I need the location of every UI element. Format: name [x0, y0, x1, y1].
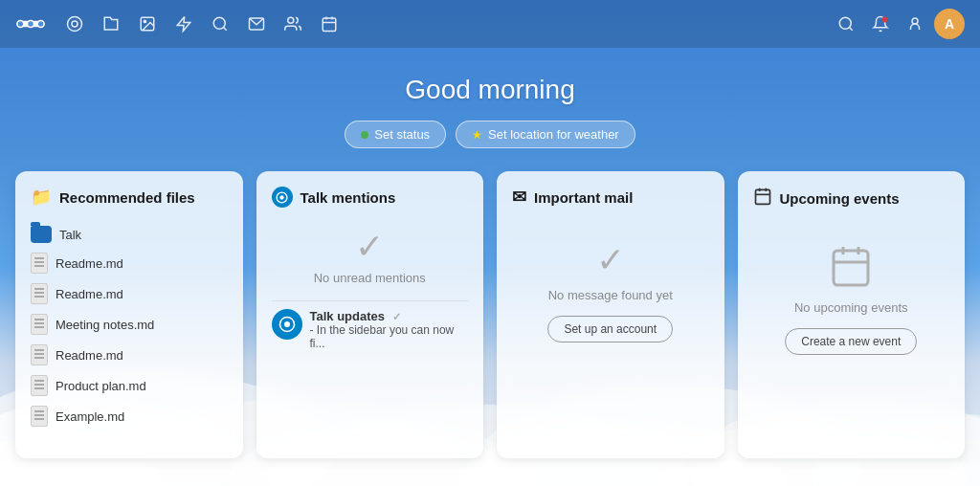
doc-file-icon [31, 375, 48, 396]
svg-point-36 [279, 195, 283, 199]
list-item[interactable]: Readme.md [31, 340, 228, 370]
set-weather-label: Set location for weather [488, 127, 619, 142]
weather-icon: ★ [472, 128, 482, 142]
file-name: Meeting notes.md [56, 318, 154, 332]
folder-icon: 📁 [31, 187, 52, 208]
doc-file-icon [31, 344, 48, 365]
topbar-left [15, 9, 345, 39]
talk-mentions-header: Talk mentions [272, 187, 469, 208]
cards-container: 📁 Recommended files Talk Readme.md Readm… [0, 171, 980, 458]
no-mentions-check: ✓ [272, 227, 469, 267]
nextcloud-logo[interactable] [15, 13, 46, 34]
file-list: Talk Readme.md Readme.md Meeting notes.m… [31, 221, 228, 431]
upcoming-events-header: Upcoming events [753, 187, 950, 210]
events-empty-text: No upcoming events [794, 300, 908, 315]
important-mail-header: ✉ Important mail [512, 187, 709, 208]
talk-mentions-title: Talk mentions [301, 189, 396, 206]
topbar: A [0, 0, 980, 48]
svg-rect-39 [755, 189, 769, 204]
upcoming-events-card: Upcoming events No upcoming events Creat… [738, 171, 966, 458]
important-mail-card: ✉ Important mail ✓ No message found yet … [497, 171, 724, 458]
file-name: Talk [59, 228, 81, 242]
svg-point-38 [284, 321, 290, 327]
svg-rect-43 [834, 251, 868, 285]
list-item[interactable]: Meeting notes.md [31, 309, 228, 340]
svg-point-26 [288, 17, 294, 23]
doc-file-icon [31, 283, 48, 304]
talk-update-body: - In the sidebar you can now fi... [310, 323, 469, 350]
greeting-text: Good morning [405, 75, 574, 105]
setup-account-button[interactable]: Set up an account [547, 316, 673, 342]
events-empty-state: No upcoming events Create a new event [753, 224, 950, 364]
svg-point-31 [839, 17, 851, 29]
svg-point-20 [68, 17, 82, 32]
list-item[interactable]: Product plan.md [31, 370, 228, 401]
nav-calendar-icon[interactable] [314, 9, 345, 39]
nav-files-icon[interactable] [96, 9, 126, 39]
talk-update-content: Talk updates ✓ - In the sidebar you can … [310, 309, 469, 350]
doc-file-icon [31, 314, 48, 335]
mail-empty-check: ✓ [596, 240, 625, 280]
svg-point-22 [144, 20, 145, 22]
recommended-files-header: 📁 Recommended files [31, 187, 228, 208]
upcoming-events-title: Upcoming events [780, 190, 900, 207]
talk-mentions-card: Talk mentions ✓ No unread mentions Talk … [256, 171, 484, 458]
talk-icon [272, 187, 293, 208]
important-mail-title: Important mail [534, 189, 633, 206]
svg-point-17 [28, 21, 33, 26]
calendar-empty-icon [828, 243, 874, 293]
nav-contacts-icon[interactable] [278, 9, 308, 39]
user-avatar[interactable]: A [934, 9, 965, 39]
svg-point-34 [912, 18, 918, 24]
mail-empty-text: No message found yet [548, 288, 673, 302]
nav-search-icon[interactable] [205, 9, 235, 39]
recommended-files-card: 📁 Recommended files Talk Readme.md Readm… [15, 171, 243, 458]
nav-home-icon[interactable] [59, 9, 90, 39]
action-buttons: Set status ★ Set location for weather [345, 121, 635, 148]
doc-file-icon [31, 253, 48, 274]
svg-point-16 [18, 21, 23, 26]
talk-avatar [272, 309, 302, 340]
calendar-icon [753, 187, 772, 210]
doc-file-icon [31, 406, 48, 427]
set-weather-button[interactable]: ★ Set location for weather [456, 121, 635, 148]
status-indicator [361, 131, 368, 139]
svg-rect-11 [0, 462, 980, 486]
main-content: Good morning Set status ★ Set location f… [0, 48, 980, 458]
set-status-label: Set status [374, 127, 430, 142]
svg-point-19 [72, 21, 78, 27]
recommended-files-title: Recommended files [59, 189, 195, 206]
file-name: Readme.md [56, 348, 123, 363]
list-item[interactable]: Readme.md [31, 278, 228, 309]
svg-point-33 [882, 17, 888, 23]
talk-update-title: Talk updates ✓ [310, 309, 469, 323]
file-name: Readme.md [56, 287, 123, 301]
topbar-right: A [831, 9, 965, 39]
list-item[interactable]: Readme.md [31, 248, 228, 278]
file-name: Product plan.md [56, 379, 146, 393]
account-settings-icon[interactable] [900, 9, 930, 39]
create-event-button[interactable]: Create a new event [785, 328, 917, 355]
svg-line-24 [223, 27, 226, 30]
file-name: Example.md [56, 409, 124, 424]
talk-update-item[interactable]: Talk updates ✓ - In the sidebar you can … [272, 300, 469, 358]
mail-icon: ✉ [512, 187, 526, 208]
svg-rect-27 [323, 18, 336, 32]
file-name: Readme.md [56, 256, 123, 271]
notifications-icon[interactable] [865, 9, 896, 39]
svg-line-32 [849, 27, 852, 30]
list-item[interactable]: Talk [31, 221, 228, 248]
no-mentions-text: No unread mentions [272, 271, 469, 285]
list-item[interactable]: Example.md [31, 401, 228, 431]
nav-mail-icon[interactable] [241, 9, 272, 39]
global-search-icon[interactable] [831, 9, 861, 39]
svg-point-18 [38, 21, 43, 26]
mail-empty-state: ✓ No message found yet Set up an account [512, 221, 709, 352]
set-status-button[interactable]: Set status [345, 121, 446, 148]
folder-file-icon [31, 226, 52, 243]
svg-point-23 [213, 17, 225, 29]
nav-activity-icon[interactable] [168, 9, 199, 39]
nav-photos-icon[interactable] [132, 9, 163, 39]
